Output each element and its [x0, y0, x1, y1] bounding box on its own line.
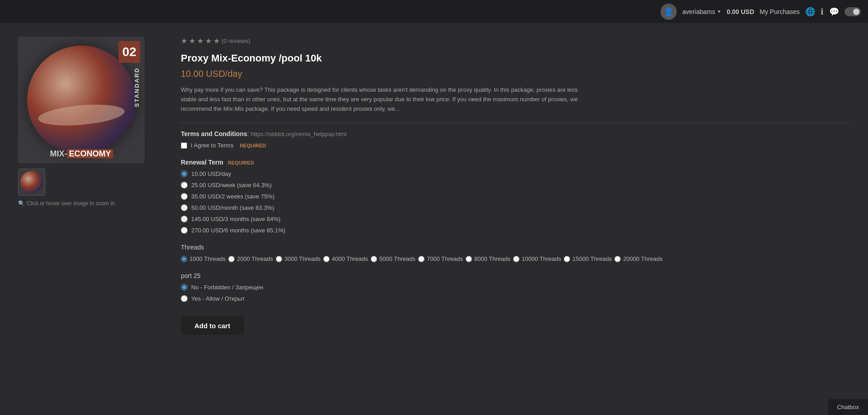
port25-label-p25yes[interactable]: Yes - Allow / Открыт	[191, 295, 245, 302]
port25-label: port 25	[181, 272, 850, 279]
product-price: 10.00 USD/day	[181, 69, 850, 79]
thread-label-t4000[interactable]: 4000 Threads	[332, 255, 368, 262]
thread-radio-t15000[interactable]	[564, 256, 570, 262]
renewal-option-r4[interactable]: 50.00 USD/month (save 83.3%)	[181, 204, 850, 211]
renewal-label-r1[interactable]: 10.00 USD/day	[191, 170, 231, 177]
agree-label[interactable]: I Agree to Terms	[191, 142, 233, 149]
agree-row: I Agree to Terms REQUIRED	[181, 142, 850, 149]
renewal-label-r2[interactable]: 25.00 USD/week (save 64.3%)	[191, 182, 272, 189]
theme-toggle[interactable]	[844, 7, 861, 16]
thread-radio-t5000[interactable]	[371, 256, 377, 262]
thread-label-t15000[interactable]: 15000 Threads	[572, 255, 612, 262]
renewal-label: Renewal Term	[181, 159, 223, 166]
port25-radio-p25yes[interactable]	[181, 295, 188, 302]
product-thumbnails	[18, 169, 163, 196]
terms-required-badge: REQUIRED	[240, 143, 266, 148]
star-4: ★	[205, 37, 212, 45]
thread-label-t20000[interactable]: 20000 Threads	[623, 255, 662, 262]
thread-radio-t7000[interactable]	[418, 256, 425, 262]
my-purchases-link[interactable]: My Purchases	[760, 8, 800, 15]
renewal-label-r4[interactable]: 50.00 USD/month (save 83.3%)	[191, 204, 274, 211]
renewal-label-r5[interactable]: 145.00 USD/3 months (save 84%)	[191, 216, 280, 222]
port25-option-p25yes[interactable]: Yes - Allow / Открыт	[181, 295, 850, 302]
renewal-radio-group: 10.00 USD/day 25.00 USD/week (save 64.3%…	[181, 170, 850, 234]
renewal-label-r6[interactable]: 270.00 USD/6 months (save 85.1%)	[191, 227, 285, 234]
product-badge: 02	[118, 41, 140, 63]
balance-display: 0.00 USD	[727, 8, 755, 15]
divider-1	[181, 123, 850, 123]
zoom-icon: 🔍	[18, 200, 25, 207]
dropdown-arrow: ▼	[717, 9, 722, 14]
threads-radio-group: 1000 Threads 2000 Threads 3000 Threads 4…	[181, 255, 850, 262]
threads-section: Threads 1000 Threads 2000 Threads 3000 T…	[181, 244, 850, 262]
chat-icon[interactable]: 💬	[829, 7, 839, 17]
standard-label: STANDARD	[133, 67, 140, 107]
port25-radio-p25no[interactable]	[181, 284, 188, 291]
renewal-radio-r2[interactable]	[181, 182, 188, 189]
zoom-hint: 🔍 Click or hover over image to zoom in	[18, 200, 163, 207]
renewal-radio-r5[interactable]	[181, 216, 188, 222]
renewal-title: Renewal Term REQUIRED	[181, 159, 850, 166]
thread-radio-t20000[interactable]	[614, 256, 621, 262]
thread-label-t5000[interactable]: 5000 Threads	[379, 255, 415, 262]
thread-radio-t10000[interactable]	[513, 256, 519, 262]
thread-radio-t8000[interactable]	[466, 256, 472, 262]
thread-label-t1000[interactable]: 1000 Threads	[189, 255, 226, 262]
renewal-radio-r6[interactable]	[181, 227, 188, 234]
thread-label-t7000[interactable]: 7000 Threads	[427, 255, 463, 262]
renewal-option-r1[interactable]: 10.00 USD/day	[181, 170, 850, 177]
thread-option-t7000[interactable]: 7000 Threads	[418, 255, 463, 262]
thread-option-t3000[interactable]: 3000 Threads	[276, 255, 321, 262]
thread-option-t15000[interactable]: 15000 Threads	[564, 255, 612, 262]
thread-label-t10000[interactable]: 10000 Threads	[522, 255, 561, 262]
thread-option-t8000[interactable]: 8000 Threads	[466, 255, 510, 262]
page-content: 02 STANDARD MIX-ECONOMY 🔍 Click or hover…	[0, 23, 868, 349]
terms-section: Terms and Conditions: https://olddot.org…	[181, 130, 850, 149]
renewal-radio-r4[interactable]	[181, 204, 188, 211]
stars-row: ★ ★ ★ ★ ★ (0 reviews)	[181, 37, 850, 45]
mix-label: MIX-	[50, 149, 67, 158]
star-5: ★	[213, 37, 220, 45]
renewal-option-r3[interactable]: 35.00 USD/2 weeks (save 75%)	[181, 193, 850, 200]
terms-label: Terms and Conditions	[181, 130, 247, 137]
renewal-radio-r1[interactable]	[181, 170, 188, 177]
thread-option-t1000[interactable]: 1000 Threads	[181, 255, 226, 262]
thread-label-t8000[interactable]: 8000 Threads	[474, 255, 510, 262]
avatar: 👤	[660, 4, 677, 20]
thread-radio-t4000[interactable]	[323, 256, 330, 262]
thread-label-t3000[interactable]: 3000 Threads	[284, 255, 321, 262]
chatbox[interactable]: Chatbox	[828, 399, 868, 415]
renewal-label-r3[interactable]: 35.00 USD/2 weeks (save 75%)	[191, 193, 274, 200]
renewal-option-r6[interactable]: 270.00 USD/6 months (save 85.1%)	[181, 227, 850, 234]
renewal-radio-r3[interactable]	[181, 193, 188, 200]
agree-checkbox[interactable]	[181, 142, 187, 149]
header: 👤 averiabams ▼ 0.00 USD My Purchases 🌐 ℹ…	[0, 0, 868, 23]
thread-radio-t3000[interactable]	[276, 256, 282, 262]
economy-label: ECONOMY	[67, 149, 113, 158]
thread-radio-t2000[interactable]	[228, 256, 235, 262]
info-icon[interactable]: ℹ	[821, 7, 824, 17]
renewal-required-badge: REQUIRED	[228, 160, 254, 165]
port25-option-p25no[interactable]: No - Forbidden / Запрещен	[181, 284, 850, 291]
thread-option-t20000[interactable]: 20000 Threads	[614, 255, 662, 262]
renewal-option-r2[interactable]: 25.00 USD/week (save 64.3%)	[181, 182, 850, 189]
port25-radio-group: No - Forbidden / Запрещен Yes - Allow / …	[181, 284, 850, 302]
thread-option-t4000[interactable]: 4000 Threads	[323, 255, 368, 262]
thread-option-t2000[interactable]: 2000 Threads	[228, 255, 273, 262]
thread-radio-t1000[interactable]	[181, 256, 187, 262]
port25-label-p25no[interactable]: No - Forbidden / Запрещен	[191, 284, 263, 291]
thumbnail-1[interactable]	[18, 169, 45, 196]
terms-url[interactable]: https://olddot.org/remix_helppay.html	[251, 131, 347, 137]
add-to-cart-button[interactable]: Add to cart	[181, 316, 244, 335]
thread-option-t10000[interactable]: 10000 Threads	[513, 255, 561, 262]
product-title: Proxy Mix-Economy /pool 10k	[181, 52, 850, 64]
thread-label-t2000[interactable]: 2000 Threads	[237, 255, 273, 262]
product-details-column: ★ ★ ★ ★ ★ (0 reviews) Proxy Mix-Economy …	[181, 37, 850, 335]
mix-economy-label: MIX-ECONOMY	[23, 149, 140, 159]
username-dropdown[interactable]: averiabams ▼	[682, 8, 721, 15]
renewal-option-r5[interactable]: 145.00 USD/3 months (save 84%)	[181, 216, 850, 222]
thumb-planet	[20, 171, 43, 193]
star-2: ★	[189, 37, 195, 45]
globe-icon[interactable]: 🌐	[805, 7, 815, 17]
thread-option-t5000[interactable]: 5000 Threads	[371, 255, 415, 262]
